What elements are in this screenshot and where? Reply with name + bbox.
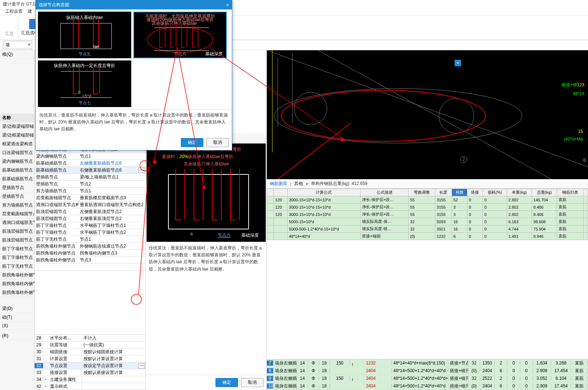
thumb-caption: 节点六 xyxy=(134,51,226,57)
detail-row[interactable]: 8 墙身左侧插筋.2.1 14 Φ 18 2404 48*14+500+1.2*… xyxy=(267,367,588,375)
preview-description: 传统算法：垂直筋不能直描时，伸入基底弯折，弯折长度 a 取计算设置中的数值；垂直… xyxy=(146,243,266,375)
node-row[interactable]: 壁插筋节点梁/板上墙插筋节点1 xyxy=(35,174,145,181)
modal-ok-button[interactable]: 确定 xyxy=(181,138,203,147)
left-nav-item[interactable]: 础(T) xyxy=(0,313,34,322)
property-row[interactable]: 42+显示样式 xyxy=(35,383,145,390)
bottom-detail-grid[interactable]: 7 墙身左侧插筋.1.2 14 Φ 18 150 1232 48*14+40*d… xyxy=(267,359,588,390)
node-row[interactable]: 筋拐角墙柱内侧节点拐角墙柱内侧节点3 xyxy=(35,250,145,257)
tab-rebar-library[interactable]: 钢筋图库 xyxy=(270,181,287,187)
node-row[interactable]: 筋拐角墙柱外侧节点外侧钢筋连续通过节点2 xyxy=(35,243,145,250)
total-weight-label: 单构件钢筋总重(kg): xyxy=(311,181,350,186)
node-row[interactable]: 剪力墙插筋节点节点1 xyxy=(35,188,145,194)
node-thumbnail-7[interactable]: 纵筋伸入基础内一定长度后弯折 9≥5*d 节点七 xyxy=(38,60,131,107)
left-nav-item[interactable]: 筋基础插筋节点 xyxy=(0,166,34,175)
modal-titlebar[interactable]: 选择节点构造图 × xyxy=(36,0,232,9)
left-nav-item[interactable]: 壁插筋节点 xyxy=(0,184,34,192)
node-row[interactable]: 筋丁字无柱节点节点1 xyxy=(35,236,145,243)
calc-row[interactable]: 5000-500-1.2*40*d-15+10*d墙实际高度-错…3239211… xyxy=(267,225,588,233)
svg-point-7 xyxy=(439,98,474,133)
svg-text:2: 2 xyxy=(463,157,465,162)
left-nav-item[interactable]: 层变截面锚固节点 xyxy=(0,210,34,218)
left-nav-item[interactable]: 筋顶层锚固节点 xyxy=(0,236,34,245)
node-row[interactable]: 筋顶层锚固节点左侧垂直筋顶层节点2 xyxy=(35,208,145,215)
node-row[interactable]: 筋基础插筋节点右侧垂直筋插筋节点6⋯ xyxy=(35,167,145,174)
left-nav-item[interactable]: 遇洞口或端部无节点构造 xyxy=(0,218,34,227)
menu-build[interactable]: 建 xyxy=(28,8,32,15)
svg-text:B: B xyxy=(583,158,586,163)
node-row[interactable]: 筋丁字墙柱节点水平钢筋丁字墙柱节点2 xyxy=(35,229,145,236)
left-nav-item[interactable]: 筋丁字墙柱节点 xyxy=(0,253,34,262)
node-row[interactable]: 筋顶层锚固节点右侧垂直筋顶层节点2 xyxy=(35,215,145,222)
left-nav-item[interactable]: 剪力墙插筋节点 xyxy=(0,201,34,210)
property-grid: 28水平分布...不计入29抗震等级(一级抗震)30锚固搭接按默认锚固搭接计算3… xyxy=(35,334,145,390)
select-value: 墙 xyxy=(5,42,10,47)
left-nav-item[interactable]: 筋丁字墙柱节点 xyxy=(0,245,34,253)
detail-row[interactable]: 10 墙身右侧插筋.1.1 14 Φ 18 2404 48*14+500+1.2… xyxy=(267,382,588,390)
node-row[interactable] xyxy=(35,264,145,271)
property-row[interactable]: 28水平分布...不计入 xyxy=(35,335,145,342)
ellipsis-button[interactable]: ⋯ xyxy=(138,168,145,173)
node-row[interactable]: 筋丁字墙柱节点水平钢筋丁字墙柱节点1 xyxy=(35,222,145,229)
right-panel: 2 B 搭接+伸123 48*14 15 (40*d+Ma 钢筋图库 | 其他 … xyxy=(267,50,588,390)
left-nav-item[interactable]: 模(Q) xyxy=(0,50,34,59)
left-nav-item[interactable]: 筋顶层锚固节点 xyxy=(0,227,34,236)
left-nav-item[interactable]: 框梁遇连梁构造 xyxy=(0,140,34,149)
node-row[interactable]: 筋拐角墙柱外侧节点节点3 xyxy=(35,257,145,264)
thumb-caption: 节点五 xyxy=(39,51,131,57)
diagram-text: 其余纵筋只伸入基础lae xyxy=(184,161,229,166)
node-row[interactable]: 层变截面锚固节点垂直筋楼层变截面节点3 xyxy=(35,194,145,201)
calc-row[interactable]: 1203000-15+10*d-15+10*d净长-保护层+设…55315552… xyxy=(267,196,588,204)
property-row[interactable]: 32节点设置按设定节点设置计算⋯ xyxy=(35,362,145,369)
left-nav-item[interactable]: (X) xyxy=(0,322,34,330)
left-nav-item[interactable]: 筋拐角墙柱外侧节点 xyxy=(0,288,34,297)
3d-viewport[interactable]: 2 B 搭接+伸123 48*14 15 (40*d+Ma xyxy=(267,50,588,179)
property-row[interactable]: 29抗震等级(一级抗震) xyxy=(35,342,145,348)
calc-row[interactable]: 1203000-15+10*d-15+10*d净长-保护层+设…55315530… xyxy=(267,211,588,218)
svg-text:9: 9 xyxy=(78,90,81,95)
left-nav-item[interactable]: 筋拐角墙柱外侧节点 xyxy=(0,271,34,280)
left-nav-item[interactable]: 筋拐角墙柱内侧节点 xyxy=(0,280,34,288)
modal-close-icon[interactable]: × xyxy=(226,3,229,8)
property-row[interactable]: 33搭接设置按默认搭接设置计算 xyxy=(35,369,145,376)
left-nav-item[interactable]: 口连梁锚固节点 xyxy=(0,149,34,157)
ellipsis-button[interactable]: ⋯ xyxy=(138,363,145,369)
svg-point-6 xyxy=(294,92,327,125)
calc-table[interactable]: 计算公式公式描述弯曲调整长度根数搭接损耗(%)单重(kg)总重(kg)钢筋归类 … xyxy=(267,189,588,359)
node-row[interactable]: 遇洞口或端部无节点构造垂直筋遇洞口或端部无节点构造2 xyxy=(35,201,145,208)
calc-row[interactable]: 1203000-15+10*d-15+10*d净长-保护层+设…55315530… xyxy=(267,204,588,211)
menu-project-settings[interactable]: 工程设置 xyxy=(5,8,23,15)
ok-button[interactable]: 确定 xyxy=(215,378,238,387)
node-thumbnail-6[interactable]: 不能直描时，全部纵筋伸至基底弯折 直描时20%纵筋伸入基础lae后弯折 其余纵筋… xyxy=(133,12,227,58)
calc-row[interactable]: 48*14+40*d搭接+锚固(0)12326001.4918.946直筋 xyxy=(267,233,588,240)
svg-line-8 xyxy=(267,50,588,167)
modal-title-text: 选择节点构造图 xyxy=(39,2,69,8)
property-row[interactable]: 30锚固搭接按默认锚固搭接计算 xyxy=(35,348,145,355)
left-nav-item[interactable] xyxy=(0,330,34,332)
panel-close-button[interactable]: × xyxy=(455,60,461,66)
detail-row[interactable]: 7 墙身左侧插筋.1.2 14 Φ 18 150 1232 48*14+40*d… xyxy=(267,359,588,367)
property-row[interactable]: 34+土建业务属性 xyxy=(35,376,145,383)
detail-row[interactable]: 9 墙身左侧插筋.2.2 14 Φ 18 150 2404 48*14+500+… xyxy=(267,375,588,382)
left-nav-item[interactable]: 筋基础插筋节点 xyxy=(0,175,34,184)
node-row[interactable]: 筋基础插筋节点左侧垂直筋插筋节点6 xyxy=(35,160,145,167)
left-nav-item[interactable]: 梁/边框梁端部锚固节点 xyxy=(0,122,34,131)
calc-row[interactable]: 5000-15+10*d墙实际高度-保…32509316006.16398.60… xyxy=(267,218,588,225)
element-type-select[interactable]: 墙 xyxy=(3,41,32,49)
left-nav-item[interactable]: 壁插筋节点 xyxy=(0,192,34,201)
svg-line-9 xyxy=(318,50,551,179)
left-nav-item[interactable]: 梁/边框梁端部锚固节点 xyxy=(0,131,34,140)
left-nav-header: 名称 xyxy=(0,114,34,122)
modal-cancel-button[interactable]: 取消 xyxy=(206,138,229,147)
svg-text:纵筋伸入基础内一定长度后弯折: 纵筋伸入基础内一定长度后弯折 xyxy=(54,63,115,68)
left-nav-item[interactable]: 筋丁字无柱节点 xyxy=(0,262,34,271)
node-thumbnail-5[interactable]: 纵筋锚入基础内lae lae 节点五 xyxy=(38,12,131,58)
property-row[interactable]: 31计算设置按默认计算设置计算 xyxy=(35,355,145,362)
left-nav-item[interactable]: 梁内侧钢筋节点 xyxy=(0,157,34,166)
node-row[interactable]: 梁内侧钢筋节点节点1 xyxy=(35,153,145,160)
svg-text:纵筋锚入基础内lae: 纵筋锚入基础内lae xyxy=(66,15,103,20)
tab-other[interactable]: 其他 xyxy=(294,181,303,187)
left-nav-item[interactable]: (R) xyxy=(0,332,34,340)
cancel-button[interactable]: 取消 xyxy=(241,378,264,387)
left-nav-item[interactable]: 梁(D) xyxy=(0,304,34,313)
node-row[interactable]: 壁插筋节点节点2 xyxy=(35,181,145,188)
